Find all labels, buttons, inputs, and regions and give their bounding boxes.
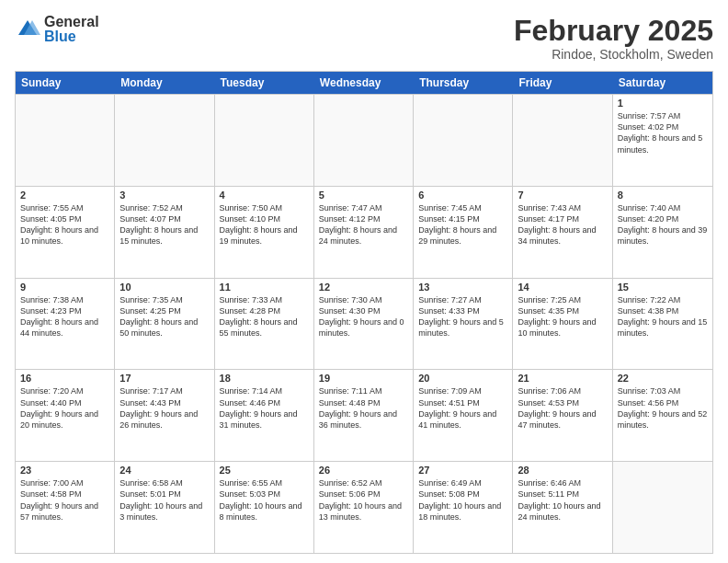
day-number: 7 [518, 190, 607, 201]
day-cell [613, 462, 712, 553]
title-block: February 2025 Rindoe, Stockholm, Sweden [514, 15, 713, 62]
day-cell [215, 95, 314, 186]
day-header: Sunday [16, 72, 115, 94]
day-cell: 18Sunrise: 7:14 AM Sunset: 4:46 PM Dayli… [215, 370, 314, 461]
day-number: 14 [518, 282, 607, 293]
day-number: 6 [418, 190, 507, 201]
week-row: 2Sunrise: 7:55 AM Sunset: 4:05 PM Daylig… [16, 186, 712, 278]
day-cell [115, 95, 214, 186]
day-header: Monday [115, 72, 214, 94]
day-cell: 4Sunrise: 7:50 AM Sunset: 4:10 PM Daylig… [215, 187, 314, 278]
day-info: Sunrise: 7:43 AM Sunset: 4:17 PM Dayligh… [518, 202, 607, 247]
day-info: Sunrise: 7:35 AM Sunset: 4:25 PM Dayligh… [119, 294, 209, 339]
day-cell: 24Sunrise: 6:58 AM Sunset: 5:01 PM Dayli… [115, 462, 214, 553]
day-info: Sunrise: 7:55 AM Sunset: 4:05 PM Dayligh… [20, 202, 109, 247]
day-number: 9 [20, 282, 109, 293]
page: General Blue February 2025 Rindoe, Stock… [0, 0, 728, 563]
day-header: Tuesday [215, 72, 314, 94]
day-info: Sunrise: 7:00 AM Sunset: 4:58 PM Dayligh… [20, 477, 109, 523]
day-info: Sunrise: 7:14 AM Sunset: 4:46 PM Dayligh… [220, 385, 309, 431]
day-cell: 26Sunrise: 6:52 AM Sunset: 5:06 PM Dayli… [314, 462, 414, 553]
day-number: 24 [119, 465, 209, 476]
day-info: Sunrise: 7:40 AM Sunset: 4:20 PM Dayligh… [618, 202, 708, 247]
day-info: Sunrise: 7:27 AM Sunset: 4:33 PM Dayligh… [418, 294, 507, 339]
day-info: Sunrise: 7:25 AM Sunset: 4:35 PM Dayligh… [518, 294, 607, 339]
day-number: 26 [319, 465, 408, 476]
day-cell [16, 95, 115, 186]
day-cell [314, 95, 414, 186]
day-cell: 8Sunrise: 7:40 AM Sunset: 4:20 PM Daylig… [613, 187, 712, 278]
day-cell: 3Sunrise: 7:52 AM Sunset: 4:07 PM Daylig… [115, 187, 214, 278]
day-info: Sunrise: 6:49 AM Sunset: 5:08 PM Dayligh… [418, 477, 507, 523]
day-cell: 20Sunrise: 7:09 AM Sunset: 4:51 PM Dayli… [414, 370, 513, 461]
week-row: 1Sunrise: 7:57 AM Sunset: 4:02 PM Daylig… [16, 94, 712, 186]
day-info: Sunrise: 7:38 AM Sunset: 4:23 PM Dayligh… [20, 294, 109, 339]
day-cell: 22Sunrise: 7:03 AM Sunset: 4:56 PM Dayli… [613, 370, 712, 461]
day-info: Sunrise: 7:17 AM Sunset: 4:43 PM Dayligh… [119, 385, 209, 431]
week-row: 16Sunrise: 7:20 AM Sunset: 4:40 PM Dayli… [16, 369, 712, 461]
day-info: Sunrise: 7:50 AM Sunset: 4:10 PM Dayligh… [220, 202, 309, 247]
day-header: Saturday [613, 72, 712, 94]
day-cell: 5Sunrise: 7:47 AM Sunset: 4:12 PM Daylig… [314, 187, 414, 278]
day-info: Sunrise: 7:06 AM Sunset: 4:53 PM Dayligh… [518, 385, 607, 431]
day-cell: 14Sunrise: 7:25 AM Sunset: 4:35 PM Dayli… [513, 279, 612, 370]
day-number: 18 [220, 373, 309, 384]
day-cell: 13Sunrise: 7:27 AM Sunset: 4:33 PM Dayli… [414, 279, 513, 370]
day-cell: 1Sunrise: 7:57 AM Sunset: 4:02 PM Daylig… [613, 95, 712, 186]
day-info: Sunrise: 7:45 AM Sunset: 4:15 PM Dayligh… [418, 202, 507, 247]
calendar: SundayMondayTuesdayWednesdayThursdayFrid… [15, 71, 713, 554]
day-number: 10 [119, 282, 209, 293]
location: Rindoe, Stockholm, Sweden [514, 47, 713, 62]
day-info: Sunrise: 7:30 AM Sunset: 4:30 PM Dayligh… [319, 294, 408, 339]
day-number: 5 [319, 190, 408, 201]
day-cell: 2Sunrise: 7:55 AM Sunset: 4:05 PM Daylig… [16, 187, 115, 278]
logo-blue: Blue [44, 29, 99, 44]
day-header: Thursday [414, 72, 513, 94]
day-info: Sunrise: 7:47 AM Sunset: 4:12 PM Dayligh… [319, 202, 408, 247]
day-number: 16 [20, 373, 109, 384]
day-number: 17 [119, 373, 209, 384]
day-cell [513, 95, 612, 186]
day-cell: 9Sunrise: 7:38 AM Sunset: 4:23 PM Daylig… [16, 279, 115, 370]
day-cell: 19Sunrise: 7:11 AM Sunset: 4:48 PM Dayli… [314, 370, 414, 461]
day-cell: 21Sunrise: 7:06 AM Sunset: 4:53 PM Dayli… [513, 370, 612, 461]
day-info: Sunrise: 7:33 AM Sunset: 4:28 PM Dayligh… [220, 294, 309, 339]
day-cell: 6Sunrise: 7:45 AM Sunset: 4:15 PM Daylig… [414, 187, 513, 278]
day-number: 13 [418, 282, 507, 293]
day-info: Sunrise: 6:58 AM Sunset: 5:01 PM Dayligh… [119, 477, 209, 523]
day-cell: 25Sunrise: 6:55 AM Sunset: 5:03 PM Dayli… [215, 462, 314, 553]
day-number: 28 [518, 465, 607, 476]
day-number: 8 [618, 190, 708, 201]
logo: General Blue [15, 15, 99, 44]
day-number: 1 [618, 98, 708, 109]
day-number: 11 [220, 282, 309, 293]
day-cell: 17Sunrise: 7:17 AM Sunset: 4:43 PM Dayli… [115, 370, 214, 461]
calendar-body: 1Sunrise: 7:57 AM Sunset: 4:02 PM Daylig… [16, 94, 712, 553]
logo-icon [15, 17, 40, 42]
day-cell: 11Sunrise: 7:33 AM Sunset: 4:28 PM Dayli… [215, 279, 314, 370]
day-info: Sunrise: 7:03 AM Sunset: 4:56 PM Dayligh… [618, 385, 708, 431]
day-number: 12 [319, 282, 408, 293]
day-number: 27 [418, 465, 507, 476]
day-cell: 10Sunrise: 7:35 AM Sunset: 4:25 PM Dayli… [115, 279, 214, 370]
logo-text: General Blue [44, 15, 99, 44]
day-headers: SundayMondayTuesdayWednesdayThursdayFrid… [16, 72, 712, 94]
day-info: Sunrise: 7:22 AM Sunset: 4:38 PM Dayligh… [618, 294, 708, 339]
day-number: 22 [618, 373, 708, 384]
day-number: 21 [518, 373, 607, 384]
day-number: 2 [20, 190, 109, 201]
day-cell: 23Sunrise: 7:00 AM Sunset: 4:58 PM Dayli… [16, 462, 115, 553]
day-cell: 12Sunrise: 7:30 AM Sunset: 4:30 PM Dayli… [314, 279, 414, 370]
day-info: Sunrise: 6:55 AM Sunset: 5:03 PM Dayligh… [220, 477, 309, 523]
day-cell: 7Sunrise: 7:43 AM Sunset: 4:17 PM Daylig… [513, 187, 612, 278]
week-row: 9Sunrise: 7:38 AM Sunset: 4:23 PM Daylig… [16, 278, 712, 370]
day-cell: 28Sunrise: 6:46 AM Sunset: 5:11 PM Dayli… [513, 462, 612, 553]
day-number: 15 [618, 282, 708, 293]
day-number: 20 [418, 373, 507, 384]
day-number: 19 [319, 373, 408, 384]
day-info: Sunrise: 7:11 AM Sunset: 4:48 PM Dayligh… [319, 385, 408, 431]
day-cell: 15Sunrise: 7:22 AM Sunset: 4:38 PM Dayli… [613, 279, 712, 370]
day-info: Sunrise: 7:52 AM Sunset: 4:07 PM Dayligh… [119, 202, 209, 247]
day-info: Sunrise: 7:09 AM Sunset: 4:51 PM Dayligh… [418, 385, 507, 431]
day-number: 25 [220, 465, 309, 476]
